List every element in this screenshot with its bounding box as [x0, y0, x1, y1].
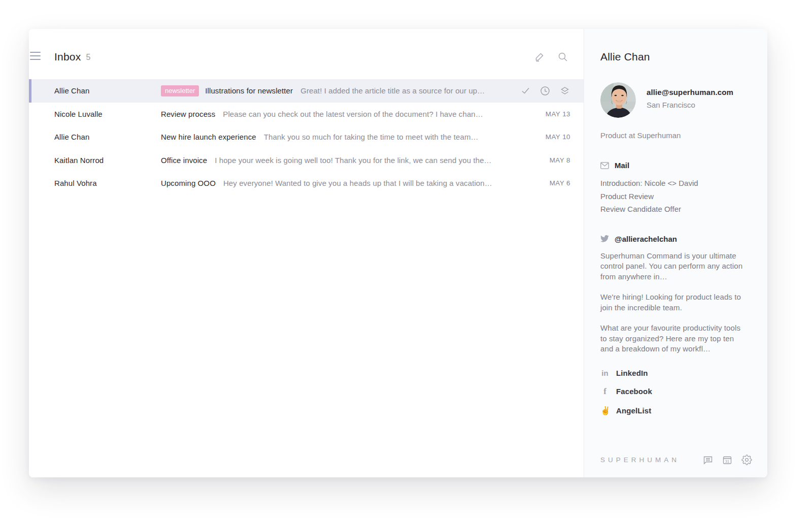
linkedin-link[interactable]: in LinkedIn — [600, 369, 747, 377]
email-row[interactable]: Allie Chan newsletter Illustrations for … — [29, 79, 584, 103]
twitter-icon — [600, 235, 609, 242]
email-snippet: Thank you so much for taking the time to… — [264, 133, 479, 141]
label-badge[interactable]: newsletter — [161, 85, 199, 96]
envelope-icon — [600, 162, 609, 169]
linkedin-icon: in — [600, 369, 610, 377]
calendar-icon[interactable]: 31 — [722, 455, 732, 465]
email-subject: Office invoice — [161, 156, 207, 165]
email-sender: Nicole Luvalle — [54, 110, 161, 118]
email-date: MAY 6 — [550, 179, 570, 187]
compose-icon[interactable] — [534, 51, 545, 62]
email-subject: New hire launch experience — [161, 133, 256, 141]
mail-section-label: Mail — [615, 161, 629, 170]
mail-thread-link[interactable]: Product Review — [600, 190, 747, 203]
email-sender: Allie Chan — [54, 86, 161, 95]
move-to-icon[interactable] — [559, 85, 570, 96]
email-summary: New hire launch experience Thank you so … — [161, 133, 536, 141]
tweet: We're hiring! Looking for product leads … — [600, 292, 747, 313]
tweet: Superhuman Command is your ultimate cont… — [600, 251, 747, 282]
email-subject: Upcoming OOO — [161, 179, 216, 187]
email-snippet: Please can you check out the latest vers… — [223, 110, 483, 118]
list-header: Inbox 5 — [29, 29, 584, 79]
contact-details: allie@superhuman.com San Francisco — [647, 82, 733, 118]
email-snippet: I hope your week is going well too! Than… — [215, 156, 492, 165]
email-date: MAY 10 — [546, 133, 570, 141]
email-snippet: Hey everyone! Wanted to give you a heads… — [223, 179, 492, 187]
mail-items: Introduction: Nicole <> David Product Re… — [600, 177, 747, 216]
contact-profile-panel: Allie Chan — [584, 29, 767, 477]
remind-later-icon[interactable] — [539, 85, 551, 96]
feedback-chat-icon[interactable] — [703, 455, 713, 465]
settings-gear-icon[interactable] — [741, 455, 752, 465]
email-date: MAY 13 — [546, 110, 570, 118]
superhuman-logo: SUPERHUMAN — [600, 456, 680, 464]
email-summary: Office invoice I hope your week is going… — [161, 156, 540, 165]
app-window: Inbox 5 Allie Chan — [29, 29, 767, 477]
tweets: Superhuman Command is your ultimate cont… — [600, 251, 747, 354]
contact-role: Product at Superhuman — [600, 131, 747, 140]
email-summary: newsletter Illustrations for newsletter … — [161, 85, 512, 96]
contact-name: Allie Chan — [600, 51, 747, 63]
email-row[interactable]: Rahul Vohra Upcoming OOO Hey everyone! W… — [29, 172, 584, 195]
header-actions — [534, 51, 568, 62]
inbox-title: Inbox — [54, 51, 81, 63]
tweet: What are your favourite productivity too… — [600, 323, 747, 354]
email-list-panel: Inbox 5 Allie Chan — [29, 29, 584, 477]
email-summary: Review process Please can you check out … — [161, 110, 536, 118]
search-icon[interactable] — [557, 51, 568, 62]
email-snippet: Great! I added the article title as a so… — [300, 86, 485, 95]
email-row[interactable]: Allie Chan New hire launch experience Th… — [29, 125, 584, 149]
facebook-link[interactable]: f Facebook — [600, 386, 747, 397]
contact-location: San Francisco — [647, 101, 733, 109]
email-date: MAY 8 — [550, 156, 570, 164]
contact-email: allie@superhuman.com — [647, 88, 733, 96]
mail-thread-link[interactable]: Review Candidate Offer — [600, 203, 747, 216]
email-summary: Upcoming OOO Hey everyone! Wanted to giv… — [161, 179, 540, 187]
email-sender: Rahul Vohra — [54, 179, 161, 187]
twitter-handle[interactable]: @allierachelchan — [615, 235, 677, 243]
calendar-day-text: 31 — [725, 459, 729, 463]
mark-done-icon[interactable] — [520, 85, 531, 96]
facebook-icon: f — [600, 386, 610, 397]
email-row[interactable]: Nicole Luvalle Review process Please can… — [29, 103, 584, 126]
mail-thread-link[interactable]: Introduction: Nicole <> David — [600, 177, 747, 190]
email-sender: Allie Chan — [54, 133, 161, 141]
email-sender: Kaitlan Norrod — [54, 156, 161, 165]
footer-icons: 31 — [703, 455, 752, 465]
email-subject: Review process — [161, 110, 215, 118]
panel-footer: SUPERHUMAN 31 — [600, 455, 752, 465]
social-links: in LinkedIn f Facebook ✌ AngelList — [600, 369, 747, 415]
mail-section: Mail Introduction: Nicole <> David Produ… — [600, 161, 747, 216]
email-subject: Illustrations for newsletter — [205, 86, 293, 95]
twitter-section: @allierachelchan Superhuman Command is y… — [600, 235, 747, 354]
avatar — [600, 82, 636, 118]
email-row[interactable]: Kaitlan Norrod Office invoice I hope you… — [29, 149, 584, 172]
twitter-section-header: @allierachelchan — [600, 235, 747, 243]
menu-icon[interactable] — [30, 52, 41, 60]
angellist-link[interactable]: ✌ AngelList — [600, 406, 747, 415]
mail-section-header: Mail — [600, 161, 747, 170]
inbox-count: 5 — [86, 52, 90, 62]
row-actions — [520, 85, 570, 96]
angellist-icon: ✌ — [600, 406, 610, 415]
contact-card: allie@superhuman.com San Francisco — [600, 82, 747, 118]
